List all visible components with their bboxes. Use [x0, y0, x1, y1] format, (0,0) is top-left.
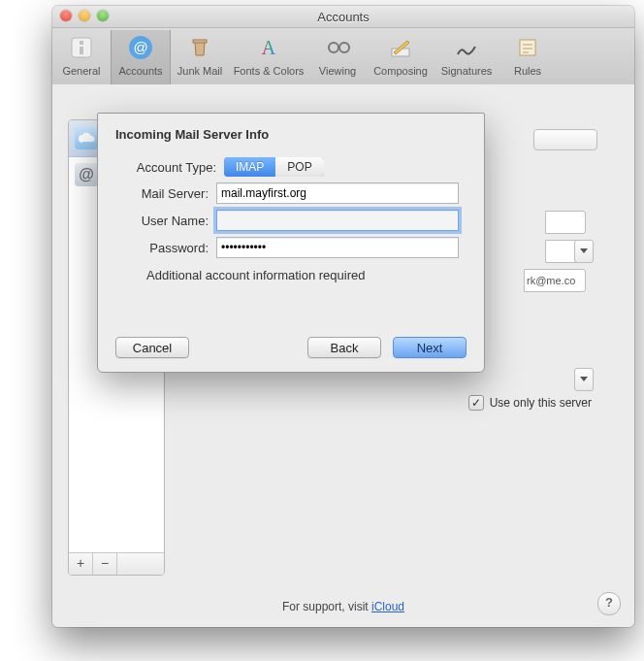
password-label: Password:	[98, 241, 216, 255]
rules-icon	[512, 32, 543, 63]
at-icon: @	[75, 163, 98, 186]
support-prefix: For support, visit	[282, 600, 371, 613]
tabbar-fragment	[533, 129, 597, 150]
account-type-label: Account Type:	[98, 160, 224, 175]
svg-rect-1	[80, 41, 83, 45]
next-button[interactable]: Next	[393, 337, 467, 358]
svg-rect-5	[193, 40, 207, 43]
add-remove-bar: + −	[69, 552, 164, 575]
titlebar: Accounts	[52, 6, 634, 28]
junk-icon	[184, 32, 215, 63]
account-type-segmented: IMAP POP	[224, 157, 324, 177]
toolbar-label: Signatures	[441, 65, 493, 77]
use-only-server-checkbox[interactable]: ✓	[468, 395, 484, 411]
user-name-label: User Name:	[98, 214, 216, 228]
toolbar-signatures[interactable]: Signatures	[435, 30, 499, 86]
window-title: Accounts	[317, 10, 369, 24]
svg-text:@: @	[133, 39, 147, 55]
remove-account-button[interactable]: −	[93, 553, 117, 575]
mail-server-input[interactable]	[216, 182, 459, 204]
back-button[interactable]: Back	[307, 337, 381, 358]
incoming-server-sheet: Incoming Mail Server Info Account Type: …	[97, 113, 485, 373]
zoom-button[interactable]	[97, 10, 109, 21]
cancel-button[interactable]: Cancel	[115, 337, 189, 358]
svg-rect-2	[80, 47, 83, 54]
bg-select-knob	[574, 240, 594, 263]
general-icon	[66, 32, 97, 63]
svg-rect-10	[520, 40, 535, 55]
support-text: For support, visit iCloud	[52, 600, 634, 613]
support-link[interactable]: iCloud	[371, 600, 404, 613]
toolbar-fonts[interactable]: A Fonts & Colors	[229, 30, 308, 86]
svg-point-7	[329, 43, 338, 52]
use-only-server-label: Use only this server	[490, 396, 592, 410]
toolbar-general[interactable]: General	[52, 30, 111, 86]
toolbar-label: Viewing	[319, 65, 356, 77]
use-only-server-row: ✓ Use only this server	[468, 395, 592, 411]
account-type-imap[interactable]: IMAP	[224, 157, 275, 177]
toolbar-accounts[interactable]: @ Accounts	[111, 30, 171, 86]
toolbar-label: Composing	[373, 65, 428, 77]
toolbar-label: General	[62, 65, 100, 77]
toolbar-label: Accounts	[118, 65, 162, 77]
close-button[interactable]	[60, 10, 72, 21]
toolbar-rules[interactable]: Rules	[499, 30, 557, 86]
icloud-icon	[75, 126, 98, 149]
minimize-button[interactable]	[79, 10, 90, 21]
password-input[interactable]	[216, 237, 459, 258]
toolbar-label: Junk Mail	[177, 65, 222, 77]
toolbar-viewing[interactable]: Viewing	[308, 30, 367, 86]
toolbar-label: Rules	[514, 65, 541, 77]
account-type-pop[interactable]: POP	[275, 157, 323, 177]
bg-smtp-select-knob	[574, 368, 594, 391]
toolbar-label: Fonts & Colors	[234, 65, 305, 77]
toolbar-junk[interactable]: Junk Mail	[171, 30, 229, 86]
accounts-icon: @	[125, 32, 156, 63]
composing-icon	[385, 32, 416, 63]
svg-point-8	[339, 43, 349, 52]
svg-text:A: A	[262, 37, 276, 58]
viewing-icon	[322, 32, 353, 63]
signatures-icon	[451, 32, 482, 63]
sheet-title: Incoming Mail Server Info	[115, 127, 484, 142]
bg-field-email-fragment: rk@me.co	[524, 269, 586, 292]
sheet-note: Additional account information required	[98, 268, 484, 282]
fonts-icon: A	[253, 32, 284, 63]
bg-field-1	[545, 211, 586, 234]
mail-server-label: Mail Server:	[98, 186, 216, 201]
preferences-toolbar: General @ Accounts Junk Mail A Fonts & C…	[52, 28, 634, 87]
help-button[interactable]: ?	[597, 592, 621, 615]
user-name-input[interactable]	[216, 210, 459, 231]
toolbar-composing[interactable]: Composing	[367, 30, 435, 86]
add-account-button[interactable]: +	[69, 553, 93, 575]
